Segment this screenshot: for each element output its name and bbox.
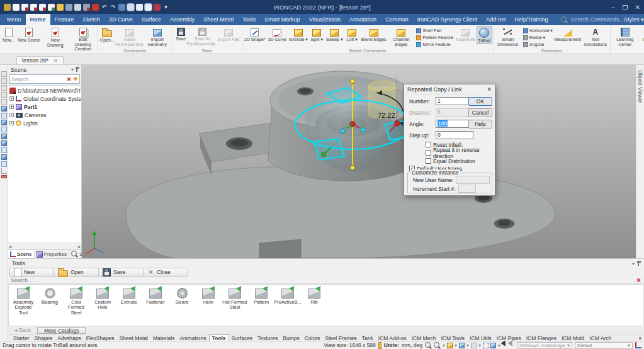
select-cursor-icon[interactable] xyxy=(501,341,509,349)
drilldown-select[interactable]: Drilldown: Intellishape▾ xyxy=(517,342,572,349)
tree-item-d-data-2018-new-word-tech-ne[interactable]: D:\data\2018 NEW\Word\TECH-NE xyxy=(8,86,81,94)
render-style-select[interactable]: Default▾ xyxy=(575,342,633,349)
dropdown-chevron-icon[interactable]: ▾ xyxy=(478,343,481,348)
object-viewer-tab[interactable]: Object Viewer xyxy=(637,70,643,114)
tab-3d-curve[interactable]: 3D Curve xyxy=(105,14,137,25)
tab-help-training[interactable]: Help/Training xyxy=(510,14,552,25)
catalog-open-button[interactable]: Open xyxy=(54,268,99,277)
catalog-panel-icon[interactable] xyxy=(145,4,152,11)
ribbon-button-radial[interactable]: Radial ▾ xyxy=(522,34,554,41)
tab-surface[interactable]: Surface xyxy=(137,14,166,25)
ribbon-button-new[interactable]: New... xyxy=(1,26,16,43)
tree-item-lights[interactable]: +Lights xyxy=(8,119,81,127)
filter-icon[interactable] xyxy=(73,77,78,81)
styles-menu[interactable]: Styles ▾ xyxy=(624,16,644,23)
dropdown-chevron-icon[interactable]: ▾ xyxy=(498,343,500,348)
catalog-item-custom-hole[interactable]: Custom Hole xyxy=(89,287,116,311)
dialog-close-icon[interactable]: ✕ xyxy=(487,86,492,93)
panel-tab-scene[interactable]: Scene xyxy=(8,250,35,258)
scene-tree-hscrollbar[interactable]: ◂▸ xyxy=(8,243,81,249)
help-button[interactable]: Help xyxy=(468,120,492,129)
catalog-item-hot-formed-steel[interactable]: Hot Formed Steel xyxy=(222,287,248,311)
ribbon-button-spin[interactable]: Spin ▾ xyxy=(309,26,325,43)
tab-ironcad-synergy-client[interactable]: IronCAD Synergy Client xyxy=(413,14,482,25)
view-tool-15-ruler-red[interactable] xyxy=(1,175,7,178)
pin-icon[interactable] xyxy=(76,67,79,72)
ribbon-button-open[interactable]: Open... xyxy=(99,26,116,43)
catalog-menu-icon[interactable]: ▾ xyxy=(632,261,635,266)
dropdown-chevron-icon[interactable]: ▾ xyxy=(466,343,469,348)
render-icon[interactable] xyxy=(83,4,90,11)
command-search[interactable]: Search Commands... xyxy=(561,14,624,25)
panel-menu-icon[interactable]: ▾ xyxy=(71,67,74,72)
catalog-item-gears[interactable]: Gears xyxy=(169,287,195,305)
cancel-button[interactable]: Cancel xyxy=(468,108,492,117)
minimize-button[interactable]: – xyxy=(611,4,615,11)
expander-icon[interactable]: + xyxy=(9,105,14,109)
expander-icon[interactable]: + xyxy=(9,121,14,125)
ribbon-button-new-scene[interactable]: New Scene xyxy=(16,26,42,43)
clear-search-icon[interactable] xyxy=(66,76,72,83)
app-icon[interactable] xyxy=(4,4,11,11)
tab-add-ins[interactable]: Add-Ins xyxy=(482,14,510,25)
view-tool-14-measure-gray[interactable] xyxy=(1,168,7,174)
view-tool-1-cube-gray-outline[interactable] xyxy=(1,78,7,84)
units-value[interactable]: mm, deg xyxy=(402,342,422,348)
redo-icon[interactable]: ↷ xyxy=(110,4,116,11)
ribbon-button-interactive-tutorial[interactable]: Interactive Tutorial xyxy=(639,26,644,47)
save-icon[interactable] xyxy=(65,4,72,11)
ribbon-button-import-geometry[interactable]: Import Geometry xyxy=(144,26,171,47)
screen-capture-icon[interactable] xyxy=(48,4,55,11)
equal-distribution-checkbox[interactable]: Equal Distribution xyxy=(426,157,475,164)
view-tool-2-cube-gray-outline[interactable] xyxy=(1,85,7,91)
undo-icon[interactable]: ↶ xyxy=(101,4,108,11)
render-style-cube-icon[interactable] xyxy=(447,343,453,348)
catalog-new-button[interactable]: New xyxy=(9,268,54,277)
tab-assembly[interactable]: Assembly xyxy=(166,14,199,25)
ribbon-button-smart-dimension[interactable]: Smart Dimension xyxy=(494,26,522,47)
zoom-in-icon[interactable] xyxy=(425,342,432,349)
close-button[interactable]: ✕ xyxy=(635,4,640,11)
export-model-icon[interactable] xyxy=(21,4,28,11)
view-tool-9-cube-blue[interactable] xyxy=(1,134,7,139)
view-tool-7-cube-blue[interactable] xyxy=(1,120,7,125)
print-icon[interactable] xyxy=(74,4,81,11)
document-tab[interactable]: lesson 28* ✕ xyxy=(16,56,64,64)
anchor-cube-icon[interactable] xyxy=(471,343,477,348)
tab-feature[interactable]: Feature xyxy=(50,14,79,25)
catalog-save-button[interactable]: Save xyxy=(99,268,144,277)
open-icon[interactable] xyxy=(57,4,64,11)
new-document-icon[interactable] xyxy=(13,4,20,11)
tab-smart-markup[interactable]: Smart Markup xyxy=(260,14,305,25)
view-tool-10-cube-blue[interactable] xyxy=(1,140,7,146)
view-tool-8-cube-blue-outline[interactable] xyxy=(1,127,7,132)
catalog-clear-search-icon[interactable] xyxy=(636,277,641,283)
coordinate-system-icon[interactable] xyxy=(635,342,641,348)
view-tool-13-cube-blue-outline[interactable] xyxy=(1,161,7,167)
scene-browser-icon[interactable] xyxy=(136,4,143,11)
catalog-item-extrude[interactable]: Extrude xyxy=(116,287,142,305)
repeat-reverse-checkbox[interactable]: Repeat it in reverse direction xyxy=(426,149,495,156)
catalog-item-cold-formed-steel[interactable]: Cold Formed Steel xyxy=(63,287,89,316)
view-tool-5-cube-blue[interactable] xyxy=(1,106,7,112)
shaded-cube-icon[interactable] xyxy=(459,343,465,348)
catalog-item-rib[interactable]: Rib xyxy=(301,287,327,305)
dropdown-chevron-icon[interactable]: ▾ xyxy=(455,343,457,348)
catalog-item-proactiveb[interactable]: ProActiveB... xyxy=(274,287,301,305)
view-tool-6-cube-blue-outline[interactable] xyxy=(1,113,7,118)
more-commands-icon[interactable]: ▾ xyxy=(162,4,169,11)
select-alt-cursor-icon[interactable] xyxy=(508,341,516,349)
view-tool-12-cube-blue[interactable] xyxy=(1,154,7,160)
export-drawing-icon[interactable] xyxy=(30,4,37,11)
catalog-item-fastener[interactable]: Fastener xyxy=(142,287,169,305)
tab-sketch[interactable]: Sketch xyxy=(79,14,105,25)
back-button[interactable]: ◂ Back xyxy=(11,327,35,333)
catalog-item-pattern[interactable]: Pattern xyxy=(248,287,274,305)
catalog-item-assembly-explode-tool[interactable]: Assembly Explode Tool xyxy=(10,287,37,316)
ribbon-button-chamfer-edges[interactable]: Chamfer Edges xyxy=(387,26,415,47)
shaded-view-icon[interactable] xyxy=(118,4,125,11)
tab-annotation[interactable]: Annotation xyxy=(345,14,381,25)
ribbon-button-bulk-drawing-creation[interactable]: Bulk Drawing Creation xyxy=(69,26,97,52)
tab-sheet-metal[interactable]: Sheet Metal xyxy=(199,14,238,25)
view-tool-3-cube-gray-outline[interactable] xyxy=(1,92,7,98)
